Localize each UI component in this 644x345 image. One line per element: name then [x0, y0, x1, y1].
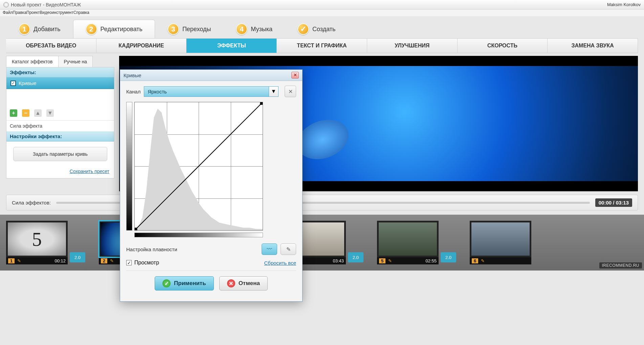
step-music[interactable]: 4Музыка	[223, 20, 285, 38]
channel-select[interactable]: Яркость ▼	[144, 86, 279, 97]
step-badge-1: 1	[19, 23, 30, 35]
clip-duration: 02:55	[425, 258, 437, 263]
subtab-audio[interactable]: ЗАМЕНА ЗВУКА	[548, 39, 638, 53]
timeline[interactable]: 5 1✎00:12 2.0 2✎03:13 2.0 3✎03:54 2.0 4✎…	[0, 215, 644, 271]
subtab-enhance[interactable]: УЛУЧШЕНИЯ	[367, 39, 458, 53]
clip-index: 6	[472, 258, 478, 263]
effect-item-label: Кривые	[19, 80, 37, 86]
clip-6[interactable]: 6✎	[470, 221, 531, 264]
watermark-label: IRECOMMEND.RU	[599, 262, 642, 268]
step-label-1: Добавить	[34, 26, 61, 33]
wizard-steps: 1Добавить 2Редактировать 3Переходы 4Музы…	[0, 16, 644, 38]
preview-label: Просмотр	[134, 260, 159, 266]
clip-index: 5	[379, 258, 385, 263]
move-down-button[interactable]: ▼	[46, 109, 54, 117]
transition-chip[interactable]: 2.0	[441, 252, 456, 262]
user-name-label: Maksim Korolkov	[607, 2, 641, 7]
smooth-curve-button[interactable]: 〰	[262, 243, 277, 255]
apply-button-label: Применить	[174, 280, 206, 287]
save-preset-link[interactable]: Сохранить пресет	[6, 167, 114, 178]
tab-effect-catalog[interactable]: Каталог эффектов	[6, 56, 58, 67]
clip-1[interactable]: 5 1✎00:12 2.0	[6, 221, 85, 264]
curves-dialog: Кривые ✕ Канал Яркость ▼ ✕	[120, 69, 303, 302]
subtab-effects[interactable]: ЭФФЕКТЫ	[186, 39, 277, 53]
step-add[interactable]: 1Добавить	[6, 20, 73, 38]
curves-editor[interactable]	[126, 102, 296, 231]
output-gradient	[126, 102, 132, 231]
edit-subtabs: ОБРЕЗАТЬ ВИДЕО КАДРИРОВАНИЕ ЭФФЕКТЫ ТЕКС…	[6, 38, 638, 53]
subtab-speed[interactable]: СКОРОСТЬ	[458, 39, 548, 53]
effect-strength-label: Сила эффекта	[6, 120, 114, 131]
step-edit[interactable]: 2Редактировать	[73, 20, 155, 38]
close-circle-icon: ✕	[227, 279, 235, 287]
clip-duration: 00:12	[54, 258, 66, 263]
cancel-button[interactable]: ✕ Отмена	[219, 276, 268, 290]
window-title: Новый проект - ВидеоМОНТАЖ	[11, 2, 81, 7]
pencil-curve-button[interactable]: ✎	[281, 243, 296, 255]
reset-all-link[interactable]: Сбросить все	[264, 260, 296, 266]
clip-5[interactable]: 5✎02:55 2.0	[377, 221, 456, 264]
effects-panel: Каталог эффектов Ручные на Эффекты: ✓ Кр…	[6, 56, 114, 191]
clip-thumbnail	[471, 222, 530, 256]
step-label-3: Переходы	[182, 26, 211, 33]
menu-edit[interactable]: Правка	[13, 10, 27, 16]
menu-file[interactable]: Файл	[3, 10, 13, 16]
strength-label: Сила эффектов:	[12, 200, 51, 206]
curve-canvas[interactable]	[134, 102, 263, 231]
step-create[interactable]: ✓Создать	[285, 20, 348, 38]
clip-duration: 03:43	[333, 258, 344, 263]
step-label-4: Музыка	[251, 26, 272, 33]
clip-index: 2	[101, 258, 107, 263]
app-icon	[3, 2, 9, 7]
close-icon[interactable]: ✕	[291, 72, 299, 79]
channel-value: Яркость	[144, 86, 269, 97]
input-gradient	[134, 233, 263, 237]
menu-videotool[interactable]: Видеоинструмент	[40, 10, 73, 16]
remove-effect-button[interactable]: −	[22, 109, 29, 117]
transition-chip[interactable]: 2.0	[70, 252, 85, 262]
effect-item-curves[interactable]: ✓ Кривые	[6, 78, 114, 89]
edit-icon[interactable]: ✎	[17, 258, 21, 263]
window-titlebar: Новый проект - ВидеоМОНТАЖ Maksim Korolk…	[0, 0, 644, 9]
transition-chip[interactable]: 2.0	[348, 252, 363, 262]
set-curve-params-button[interactable]: Задать параметры кривь	[13, 147, 107, 161]
clip-thumbnail: 5	[8, 222, 66, 256]
global-effects-strength: Сила эффектов: 00:00 / 03:13	[6, 195, 638, 211]
subtab-trim[interactable]: ОБРЕЗАТЬ ВИДЕО	[6, 39, 96, 53]
tab-manual-settings[interactable]: Ручные на	[58, 56, 93, 67]
clip-index: 1	[8, 258, 15, 263]
step-badge-3: 3	[168, 23, 179, 35]
step-badge-check: ✓	[297, 23, 309, 35]
move-up-button[interactable]: ▲	[34, 109, 42, 117]
curve-line[interactable]	[135, 102, 263, 230]
subtab-text[interactable]: ТЕКСТ И ГРАФИКА	[277, 39, 367, 53]
step-label-5: Создать	[312, 26, 335, 33]
edit-icon[interactable]: ✎	[110, 258, 114, 263]
clear-channel-button[interactable]: ✕	[285, 86, 296, 97]
menu-bar: Файл Правка Проект Видеоинструмент Справ…	[0, 9, 644, 16]
playhead-time: 00:00 / 03:13	[595, 198, 632, 207]
channel-label: Канал	[126, 89, 140, 94]
effects-list-empty	[6, 89, 114, 106]
edit-icon[interactable]: ✎	[481, 258, 485, 263]
smoothness-label: Настройка плавности	[126, 246, 177, 252]
menu-help[interactable]: Справка	[73, 10, 89, 16]
checkbox-icon: ✓	[10, 81, 16, 86]
check-circle-icon: ✓	[162, 279, 171, 287]
dialog-titlebar[interactable]: Кривые ✕	[120, 70, 302, 81]
preview-checkbox[interactable]: ✓	[126, 260, 132, 265]
svg-line-1	[135, 102, 263, 230]
subtab-crop[interactable]: КАДРИРОВАНИЕ	[96, 39, 187, 53]
svg-rect-2	[135, 228, 137, 230]
step-badge-2: 2	[86, 23, 97, 35]
step-badge-4: 4	[236, 23, 247, 35]
add-effect-button[interactable]: +	[10, 109, 17, 117]
dialog-title-text: Кривые	[124, 72, 141, 78]
edit-icon[interactable]: ✎	[388, 258, 392, 263]
chevron-down-icon[interactable]: ▼	[269, 86, 279, 97]
apply-button[interactable]: ✓ Применить	[155, 276, 214, 290]
effects-header: Эффекты:	[6, 67, 114, 78]
clip-thumbnail	[379, 222, 437, 256]
step-transitions[interactable]: 3Переходы	[155, 20, 223, 38]
menu-project[interactable]: Проект	[26, 10, 40, 16]
